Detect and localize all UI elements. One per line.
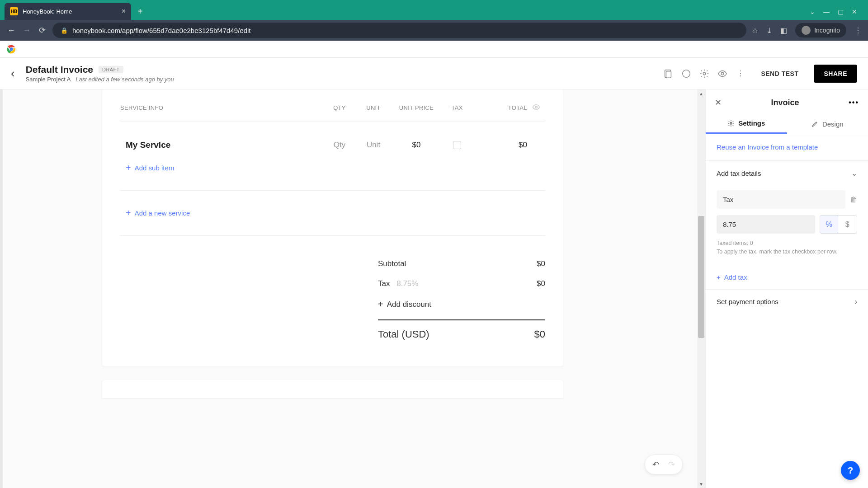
add-discount-button[interactable]: + Add discount	[378, 294, 545, 315]
gear-icon	[727, 120, 735, 127]
reuse-template-link[interactable]: Reuse an Invoice from a template	[717, 143, 818, 151]
window-controls: ⌄ — ▢ ✕	[803, 8, 863, 20]
last-edited-text: Last edited a few seconds ago by you	[75, 76, 174, 83]
tax-value-input[interactable]	[717, 215, 815, 234]
panel-close-icon[interactable]: ✕	[715, 98, 722, 108]
panel-title: Invoice	[722, 98, 849, 108]
send-test-button[interactable]: SEND TEST	[754, 66, 806, 82]
nav-reload-icon[interactable]: ⟳	[37, 25, 47, 35]
project-name: Sample Project A	[26, 76, 71, 83]
bookmark-google-icon[interactable]	[6, 44, 16, 54]
incognito-badge[interactable]: Incognito	[795, 23, 846, 38]
scroll-up-arrow-icon[interactable]: ▲	[697, 89, 705, 98]
add-new-service-button[interactable]: + Add a new service	[120, 204, 545, 222]
col-header-tax: TAX	[441, 104, 473, 111]
side-panel: ✕ Invoice ••• Settings Design Reuse an I…	[705, 89, 868, 488]
next-card-peek	[102, 380, 563, 398]
tax-edit-block: 🗑 % $ Taxed items: 0 To apply the tax, m…	[706, 186, 868, 265]
nav-forward-icon[interactable]: →	[22, 26, 32, 35]
browser-menu-icon[interactable]: ⋮	[854, 26, 862, 35]
window-close-icon[interactable]: ✕	[852, 8, 857, 15]
svg-point-1	[9, 47, 13, 51]
incognito-icon	[802, 26, 811, 35]
col-header-total: TOTAL	[473, 104, 527, 111]
col-header-qty: QTY	[324, 104, 355, 111]
svg-point-8	[730, 122, 732, 124]
grand-total-row: Total (USD) $0	[378, 320, 545, 348]
chevron-right-icon: ›	[855, 298, 857, 306]
unit-percent-button[interactable]: %	[820, 215, 839, 234]
tax-unit-toggle: % $	[820, 215, 857, 234]
canvas-area: SERVICE INFO QTY UNIT UNIT PRICE TAX TOT…	[0, 89, 705, 488]
service-line-item[interactable]: My Service Qty Unit $0 $0	[120, 122, 545, 159]
col-header-unit: UNIT	[355, 104, 392, 111]
browser-tab[interactable]: HB HoneyBook: Home ×	[5, 3, 131, 20]
visibility-eye-icon[interactable]	[527, 103, 545, 113]
invoice-card: SERVICE INFO QTY UNIT UNIT PRICE TAX TOT…	[102, 89, 563, 366]
window-minimize-icon[interactable]: —	[823, 8, 830, 15]
service-qty[interactable]: Qty	[324, 141, 355, 150]
panel-more-icon[interactable]: •••	[849, 99, 859, 107]
undo-redo-toolbar: ↶ ↷	[645, 455, 683, 474]
subtotal-row: Subtotal $0	[378, 254, 545, 274]
app-header: ‹ Default Invoice DRAFT Sample Project A…	[0, 58, 868, 89]
downloads-icon[interactable]: ⤓	[766, 26, 772, 35]
url-text: honeybook.com/app/flow/655d7dae0e2be3125…	[72, 27, 251, 34]
unit-dollar-button[interactable]: $	[838, 216, 857, 233]
more-menu-icon[interactable]: ⋮	[736, 69, 745, 79]
window-maximize-icon[interactable]: ▢	[838, 8, 844, 15]
payment-options-row[interactable]: Set payment options ›	[706, 290, 868, 314]
document-title: Default Invoice	[26, 64, 93, 75]
divider	[120, 235, 545, 236]
service-tax-checkbox[interactable]	[453, 141, 461, 149]
settings-gear-icon[interactable]	[699, 69, 709, 79]
tax-hint-text: Taxed items: 0 To apply the tax, mark th…	[717, 239, 857, 256]
tab-title: HoneyBook: Home	[23, 8, 117, 15]
nav-back-icon[interactable]: ←	[6, 26, 16, 35]
templates-icon[interactable]	[663, 69, 673, 79]
sidepanel-icon[interactable]: ◧	[780, 26, 787, 35]
add-sub-item-button[interactable]: + Add sub item	[120, 159, 545, 177]
service-price[interactable]: $0	[392, 141, 441, 150]
plus-icon: +	[378, 299, 383, 310]
vertical-scrollbar[interactable]: ▲ ▼	[697, 89, 705, 488]
preview-eye-icon[interactable]	[717, 69, 727, 79]
tax-name-input[interactable]	[717, 190, 845, 209]
theme-icon[interactable]	[681, 69, 691, 79]
service-name[interactable]: My Service	[120, 140, 324, 150]
help-bubble-button[interactable]: ?	[841, 461, 860, 480]
plus-icon: +	[126, 208, 131, 218]
totals-block: Subtotal $0 Tax 8.75% $0 + Add discount	[378, 254, 545, 348]
add-tax-button[interactable]: + Add tax	[706, 265, 868, 289]
back-arrow-icon[interactable]: ‹	[11, 66, 15, 80]
tab-design[interactable]: Design	[787, 114, 868, 134]
panel-tabs: Settings Design	[706, 114, 868, 134]
tab-favicon: HB	[10, 7, 18, 15]
svg-point-6	[722, 72, 724, 75]
svg-rect-3	[666, 71, 671, 78]
tax-details-expander[interactable]: Add tax details ⌄	[706, 161, 868, 186]
invoice-columns-header: SERVICE INFO QTY UNIT UNIT PRICE TAX TOT…	[120, 99, 545, 122]
tab-settings[interactable]: Settings	[706, 114, 787, 134]
chevron-down-icon[interactable]: ⌄	[810, 8, 815, 15]
trash-icon[interactable]: 🗑	[850, 196, 857, 204]
plus-icon: +	[126, 163, 131, 173]
svg-point-4	[683, 70, 690, 77]
new-tab-button[interactable]: +	[131, 3, 149, 20]
tax-percent-label: 8.75%	[396, 279, 418, 288]
col-header-service: SERVICE INFO	[120, 104, 324, 111]
undo-icon[interactable]: ↶	[652, 460, 659, 469]
divider	[120, 190, 545, 191]
svg-point-7	[535, 106, 538, 108]
service-total: $0	[473, 141, 527, 150]
bookmark-star-icon[interactable]: ☆	[752, 26, 758, 35]
service-unit[interactable]: Unit	[355, 141, 392, 150]
redo-icon[interactable]: ↷	[668, 460, 675, 469]
scrollbar-thumb[interactable]	[698, 216, 704, 338]
scroll-down-arrow-icon[interactable]: ▼	[697, 480, 705, 488]
tab-close-icon[interactable]: ×	[122, 7, 126, 15]
svg-point-5	[703, 72, 706, 75]
url-bar[interactable]: 🔒 honeybook.com/app/flow/655d7dae0e2be31…	[52, 23, 746, 38]
workspace: SERVICE INFO QTY UNIT UNIT PRICE TAX TOT…	[0, 89, 868, 488]
share-button[interactable]: SHARE	[814, 65, 857, 83]
